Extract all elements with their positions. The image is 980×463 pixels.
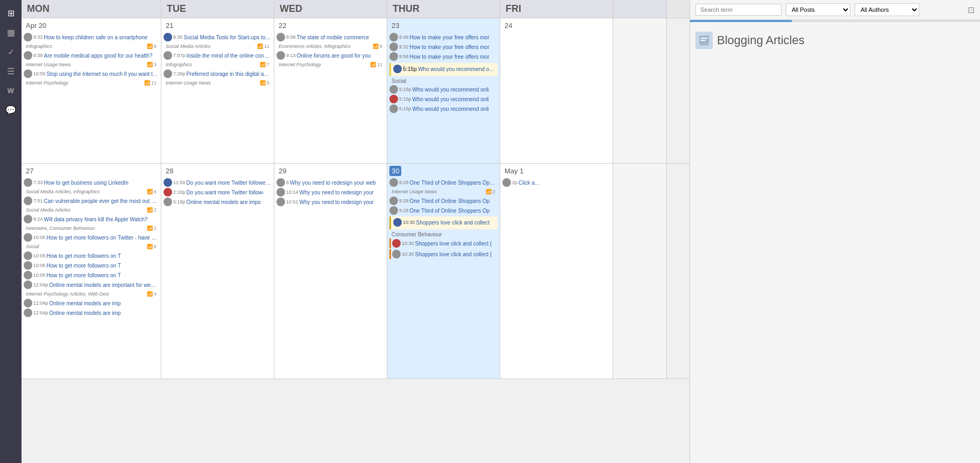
date-27: 27 (24, 166, 159, 176)
article-item: 8 Why you need to redesign your web (276, 178, 385, 187)
avatar (389, 178, 398, 187)
grid-icon[interactable]: ⊞ (2, 4, 19, 22)
article-item: 2p Click a... (502, 178, 610, 187)
cell-thu-23: 23 8:49 How to make your free offers mor… (387, 18, 500, 163)
article-item: 7:51 Can vulnerable people ever get the … (24, 197, 159, 205)
category-bar: Social 📶6 (24, 243, 159, 250)
avatar (164, 51, 172, 60)
calendar-icon[interactable]: ▦ (2, 24, 19, 41)
cell-wed-22: 22 8:08 The state of mobile commerce Eco… (274, 18, 387, 163)
cell-extra-2 (613, 164, 667, 378)
highlighted-article: 5:15p Who would you recommend online? (389, 63, 498, 76)
avatar (389, 197, 398, 205)
article-item: 9:28 One Third of Online Shoppers Op (389, 206, 498, 215)
avatar (276, 198, 285, 206)
cell-wed-29: 29 8 Why you need to redesign your web 1… (274, 164, 387, 378)
date-may1: May 1 (502, 166, 610, 176)
search-input[interactable] (695, 4, 782, 16)
avatar (392, 239, 401, 248)
avatar (164, 33, 172, 41)
avatar (24, 299, 32, 307)
calendar-main: MON TUE WED THUR FRI Apr 20 9:32 How to … (22, 0, 690, 463)
date-28: 28 (164, 166, 272, 176)
article-item: 12:04p Online mental models are imp (24, 299, 159, 307)
category-bar: Social Media Articles 📶2 (24, 206, 159, 214)
cell-mon-apr20: Apr 20 9:32 How to keep children safe on… (22, 18, 161, 163)
avatar (24, 280, 32, 289)
article-item: 10:14 Why you need to redesign your (276, 188, 385, 197)
avatar (389, 43, 398, 51)
avatar (389, 95, 398, 103)
document-icon[interactable]: ☰ (2, 62, 19, 80)
calendar-body[interactable]: Apr 20 9:32 How to keep children safe on… (22, 18, 690, 463)
svg-rect-2 (701, 40, 705, 41)
sidebar: ⊞ ▦ ✓ ☰ W 💬 (0, 0, 22, 463)
category-bar: Social Media Articles 📶11 (164, 43, 272, 50)
expand-icon[interactable]: ⊡ (968, 5, 975, 15)
check-icon[interactable]: ✓ (2, 43, 19, 60)
article-item: 8:49 How to make your free offers mor (389, 33, 498, 41)
social-label: Social (389, 78, 498, 84)
date-29: 29 (276, 166, 385, 176)
avatar (24, 51, 32, 60)
date-22: 22 (276, 20, 385, 31)
avatar (502, 178, 511, 187)
avatar (24, 308, 32, 317)
article-item: 9:24 Will data privacy fears kill the Ap… (24, 215, 159, 223)
article-item: 10:51 Why you need to redesign your (276, 198, 385, 206)
header-fri: FRI (500, 0, 613, 18)
article-item: 7:33 How to get business using LinkedIn (24, 178, 159, 187)
avatar (164, 69, 172, 78)
article-item: 11:50 Do you want more Twitter followers… (164, 178, 272, 187)
wordpress-icon[interactable]: W (2, 82, 19, 99)
category-bar: Social Media Articles, Infographics 📶6 (24, 188, 159, 195)
avatar (24, 197, 32, 205)
blogging-section: Blogging Articles (695, 32, 975, 49)
avatar (24, 233, 32, 242)
article-item: 9:28 One Third of Online Shoppers Open t… (389, 178, 498, 187)
category-bar: Newswire, Consumer Behaviour 📶2 (24, 225, 159, 232)
date-apr20: Apr 20 (24, 20, 159, 31)
calendar-header: MON TUE WED THUR FRI (22, 0, 690, 18)
article-item: 9:58 How to make your free offers mor (389, 52, 498, 61)
article-item: 9:13 Online forums are good for you (276, 51, 385, 60)
header-extra (613, 0, 667, 18)
right-panel-content: Blogging Articles (690, 22, 980, 463)
article-item: 10:05 How to get more followers on T (24, 271, 159, 279)
avatar (24, 215, 32, 223)
header-thu: THUR (387, 0, 500, 18)
avatar (392, 250, 401, 258)
avatar (164, 198, 172, 206)
avatar (393, 65, 402, 73)
avatar (24, 178, 32, 187)
article-item: 12:04p Online mental models are imp (24, 308, 159, 317)
cell-extra-1 (613, 18, 667, 163)
header-mon: MON (22, 0, 161, 18)
week-row-1: Apr 20 9:32 How to keep children safe on… (22, 18, 690, 164)
article-item: 9:38 Are mobile medical apps good for ou… (24, 51, 159, 60)
article-item: 5:18p Online mental models are impo (164, 198, 272, 206)
article-item: 5:15p Who would you recommend onli (389, 104, 498, 113)
cell-tue-21: 21 8:35 Social Media Tools for Start-ups… (161, 18, 274, 163)
posts-dropdown[interactable]: All Posts Drafts Published (786, 3, 850, 16)
authors-dropdown[interactable]: All Authors (855, 3, 919, 16)
cell-fri-may1: May 1 2p Click a... (500, 164, 613, 378)
date-21: 21 (164, 20, 272, 31)
article-item: 7:26p Preferred storage in this digital … (164, 69, 272, 78)
avatar (164, 188, 172, 197)
article-item: 10:05 How to get more followers on T (24, 261, 159, 270)
article-item: 8:35 Social Media Tools for Start-ups to… (164, 33, 272, 41)
article-item: 10:55 Stop using the Internet so much if… (24, 69, 159, 78)
right-panel: All Posts Drafts Published All Authors ⊡ (690, 0, 980, 463)
category-bar: Ecommerce Articles, Infographics 📶6 (276, 43, 385, 50)
article-item: 9:28 One Third of Online Shoppers Op (389, 197, 498, 205)
date-23: 23 (389, 20, 498, 31)
blogging-title: Blogging Articles (717, 33, 805, 47)
comment-icon[interactable]: 💬 (2, 101, 19, 118)
week-row-2: 27 7:33 How to get business using Linked… (22, 164, 690, 379)
cell-mon-27: 27 7:33 How to get business using Linked… (22, 164, 161, 378)
article-item: 10:30 Shoppers love click and collect { (389, 249, 498, 259)
svg-rect-1 (701, 38, 707, 39)
avatar (389, 206, 398, 215)
right-panel-header: All Posts Drafts Published All Authors ⊡ (690, 0, 980, 20)
